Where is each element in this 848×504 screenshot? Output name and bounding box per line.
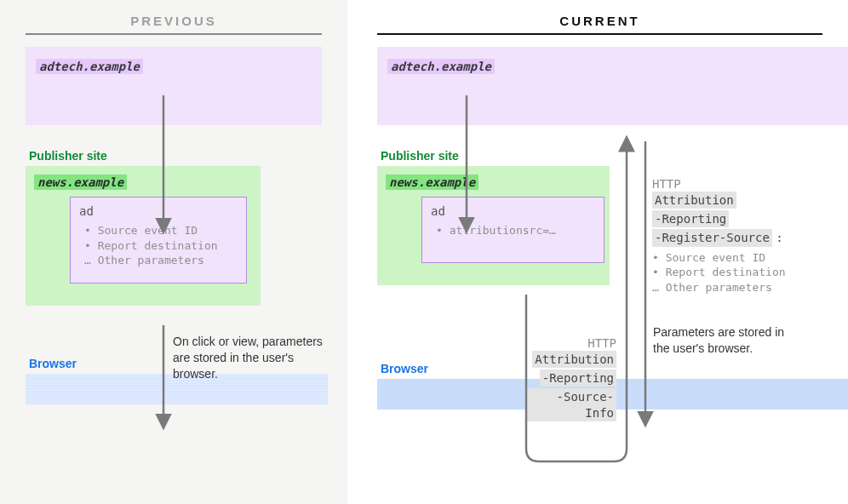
adtech-box-current: adtech.example [377, 47, 848, 125]
http-label-out: HTTP [527, 336, 616, 350]
column-current: CURRENT adtech.example Publisher site ne… [347, 0, 848, 504]
diagram-container: PREVIOUS adtech.example Publisher site n… [0, 0, 848, 504]
publisher-label: Publisher site [29, 149, 347, 163]
header-previous: PREVIOUS [26, 14, 322, 35]
hdr-register-source-in: -Register-Source [652, 229, 772, 246]
hdr-attribution-in: Attribution [652, 192, 736, 209]
hdr-attribution-out: Attribution [532, 351, 616, 368]
news-label: news.example [386, 175, 478, 190]
ad-params-previous: • Source event ID • Report destination …… [79, 223, 238, 268]
header-current: CURRENT [377, 14, 822, 35]
news-label: news.example [34, 175, 127, 190]
http-response-header-block: HTTP Attribution -Reporting -Register-So… [652, 177, 802, 295]
ad-label: ad [431, 204, 595, 218]
adtech-label: adtech.example [387, 59, 495, 74]
param-attributionsrc: • attributionsrc=… [436, 223, 595, 238]
http-label-in: HTTP [652, 177, 802, 191]
http-request-header-block: HTTP Attribution -Reporting -Source-Info [527, 336, 616, 422]
column-previous: PREVIOUS adtech.example Publisher site n… [0, 0, 347, 504]
param-other: … Other parameters [652, 280, 802, 295]
param-source-event-id: • Source event ID [84, 223, 238, 238]
note-current: Parameters are stored in the user's brow… [653, 324, 802, 357]
ad-box-previous: ad • Source event ID • Report destinatio… [70, 197, 247, 284]
hdr-reporting-in: -Reporting [652, 210, 729, 227]
param-other: … Other parameters [84, 253, 238, 268]
adtech-box-previous: adtech.example [26, 47, 322, 125]
adtech-label: adtech.example [36, 59, 143, 74]
ad-params-current: • attributionsrc=… [431, 223, 595, 238]
hdr-reporting-out: -Reporting [540, 369, 616, 387]
hdr-source-info-out: -Source-Info [527, 388, 616, 421]
response-params: • Source event ID • Report destination …… [652, 250, 802, 295]
ad-box-current: ad • attributionsrc=… [421, 197, 604, 263]
ad-label: ad [79, 204, 238, 218]
publisher-label: Publisher site [381, 149, 848, 163]
param-source-event-id: • Source event ID [652, 250, 802, 266]
publisher-box-current: news.example ad • attributionsrc=… [377, 166, 610, 285]
colon: : [776, 231, 782, 244]
publisher-box-previous: news.example ad • Source event ID • Repo… [26, 166, 261, 306]
param-report-destination: • Report destination [84, 238, 238, 254]
note-previous: On click or view, parameters are stored … [173, 334, 326, 382]
param-report-destination: • Report destination [652, 265, 802, 280]
